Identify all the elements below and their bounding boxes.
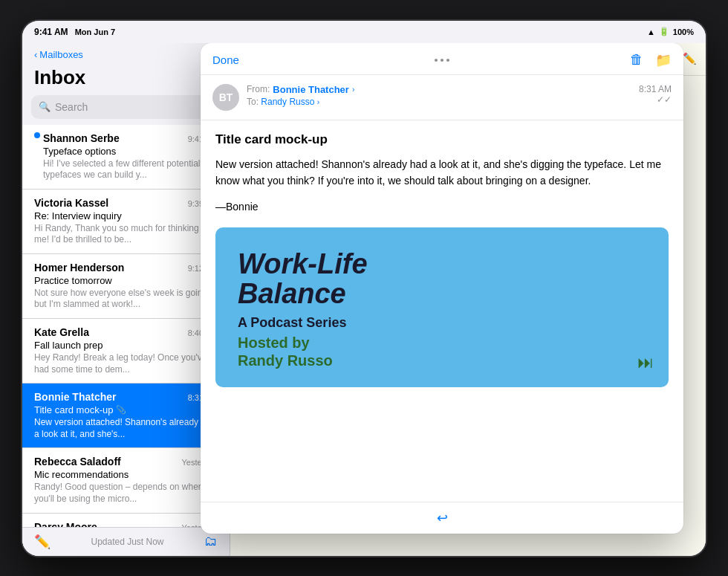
to-name[interactable]: Randy Russo [261,97,314,107]
mail-subject: Fall launch prep [34,340,218,351]
mail-subject: Title card mock-up 📎 [34,404,218,415]
attachment-icon: 📎 [116,405,126,415]
mail-item[interactable]: Homer Henderson 9:12 AM Practice tomorro… [22,254,230,319]
modal-actions: 🗑 📁 [630,52,672,68]
mailboxes-label: Mailboxes [39,49,83,60]
mail-footer: ✏️ Updated Just Now 🗂 [22,527,230,556]
podcast-subtitle: A Podcast Series [238,315,646,331]
mail-subject: Typeface options [43,146,218,157]
modal-toolbar: Done 🗑 📁 [201,43,683,75]
done-button[interactable]: Done [212,54,239,66]
status-day: Mon Jun 7 [75,27,115,36]
email-timestamp: 8:31 AM [639,84,672,94]
email-from-info: From: Bonnie Thatcher › To: Randy Russo … [247,84,631,107]
from-name[interactable]: Bonnie Thatcher [273,84,349,95]
mail-item[interactable]: Darcy Moore Yesterday Re: Paid promotion… [22,514,230,527]
status-bar: 9:41 AM Mon Jun 7 ▲ 🔋 100% [22,21,706,43]
email-header: BT From: Bonnie Thatcher › To: Randy Rus… [201,75,683,120]
status-right: ▲ 🔋 100% [647,27,694,36]
email-body-text: New version attached! Shannon's already … [215,156,669,190]
from-chevron-icon: › [352,85,354,94]
mailboxes-back-button[interactable]: ‹ Mailboxes [34,49,83,60]
chevron-left-icon: ‹ [34,49,37,60]
mail-item[interactable]: Shannon Serbe 9:41 AM Typeface options H… [22,125,230,190]
mail-subject: Mic recommendations [34,469,218,480]
status-time: 9:41 AM [34,27,68,37]
reply-icon[interactable]: ↩ [437,510,448,526]
email-subject: Title card mock-up [215,132,669,147]
mail-item[interactable]: Rebecca Saladoff Yesterday Mic recommend… [22,448,230,513]
mail-sender: Bonnie Thatcher [34,391,116,403]
mail-preview: Randy! Good question – depends on where … [34,482,218,505]
drag-handle [435,59,449,62]
to-chevron-icon: › [317,98,319,106]
folder-icon[interactable]: 📁 [655,52,672,68]
mail-sender: Shannon Serbe [43,132,120,144]
mail-subject: Re: Interview inquiry [34,210,218,221]
read-checkmark-icon: ✓✓ [639,94,672,105]
battery-percent: 100% [673,27,694,36]
mail-sender: Homer Henderson [34,262,124,274]
mail-preview: Not sure how everyone else's week is goi… [34,288,218,311]
mail-preview: Hey Randy! Break a leg today! Once you'v… [34,352,218,375]
mail-panel: ‹ Mailboxes Edit Inbox 🔍 Search 🎙 [22,43,230,556]
from-label: From: [247,84,270,94]
mail-sender: Rebecca Saladoff [34,456,121,467]
email-modal: Done 🗑 📁 BT From: Bonnie Thatcher › [201,43,683,534]
play-button[interactable]: ⏭ [637,353,654,372]
podcast-title-main: Work-Life Balance [238,250,646,309]
compose-icon[interactable]: ✏️ [34,534,51,550]
email-reply-bar: ↩ [201,502,683,534]
email-body: Title card mock-up New version attached!… [201,120,683,502]
inbox-title: Inbox [22,65,230,95]
mail-item[interactable]: Kate Grella 8:40 AM Fall launch prep Hey… [22,319,230,384]
mail-subject: Practice tomorrow [34,275,218,286]
to-label: To: [247,97,259,107]
email-signature: —Bonnie [215,201,669,213]
mail-item-selected[interactable]: Bonnie Thatcher 8:31 AM Title card mock-… [22,384,230,448]
search-placeholder: Search [55,101,199,113]
mail-list: Shannon Serbe 9:41 AM Typeface options H… [22,125,230,527]
sender-avatar: BT [212,84,239,111]
trash-icon[interactable]: 🗑 [630,52,643,68]
status-time-area: 9:41 AM Mon Jun 7 [34,27,115,37]
mail-item[interactable]: Victoria Kassel 9:39 AM Re: Interview in… [22,190,230,254]
podcast-hosted: Hosted by Randy Russo [238,334,646,369]
battery-icon: 🔋 [659,27,669,36]
mail-sender: Kate Grella [34,326,89,338]
search-bar[interactable]: 🔍 Search 🎙 [31,95,221,119]
unread-indicator [34,132,40,138]
mail-preview: New version attached! Shannon's already … [34,417,218,440]
podcast-card: Work-Life Balance A Podcast Series Hoste… [215,227,669,387]
filter-icon[interactable]: 🗂 [204,534,218,549]
mail-sender: Victoria Kassel [34,197,108,209]
wifi-icon: ▲ [647,27,655,36]
search-icon: 🔍 [39,101,51,112]
ipad-frame: 9:41 AM Mon Jun 7 ▲ 🔋 100% ‹ Mailboxes E… [22,21,706,556]
to-line: To: Randy Russo › [247,97,631,107]
mail-preview: Hi! I've selected a few different potent… [43,158,218,181]
mail-nav: ‹ Mailboxes Edit [22,43,230,65]
mail-preview: Hi Randy, Thank you so much for thinking… [34,223,218,246]
footer-status: Updated Just Now [91,537,163,547]
mail-sender: Darcy Moore [34,521,97,527]
email-meta-right: 8:31 AM ✓✓ [639,84,672,105]
